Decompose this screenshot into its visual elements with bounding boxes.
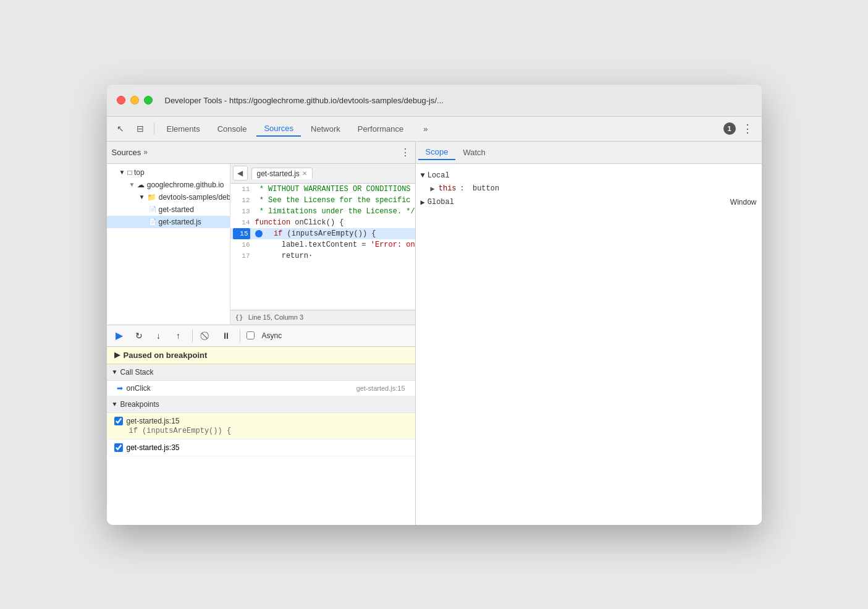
cursor-tool-button[interactable]: ↖	[112, 120, 129, 137]
file-tree: ▼ □ top ▼ ☁ googlechrome.github.io ▼ 📁 d…	[107, 164, 230, 325]
tree-item-label: get-started	[159, 205, 194, 214]
triangle-down-icon: ▼	[421, 171, 425, 180]
devtools-window: Developer Tools - https://googlechrome.g…	[107, 85, 762, 525]
triangle-right-icon: ▶	[421, 198, 425, 207]
title-bar: Developer Tools - https://googlechrome.g…	[107, 85, 762, 117]
code-tab-get-started-js[interactable]: get-started.js ✕	[251, 168, 313, 179]
code-panel: ◀ get-started.js ✕ 11 * WITHOUT WARRANTI…	[230, 164, 415, 325]
breakpoint-filename-35: get-started.js:35	[127, 443, 180, 452]
code-line-11: 11 * WITHOUT WARRANTIES OR CONDITIONS OF…	[230, 184, 415, 195]
code-line-14: 14 function onClick() {	[230, 217, 415, 228]
sources-panel-label: Sources	[112, 148, 141, 157]
call-stack-label: Call Stack	[120, 368, 153, 377]
code-line-15: 15 if (inputsAreEmpty()) {	[230, 228, 415, 239]
step-into-button[interactable]: ↓	[151, 328, 166, 343]
cursor-position: Line 15, Column 3	[248, 313, 303, 321]
tree-item-label: 📁 devtools-samples/debug-	[147, 193, 230, 202]
minimize-button[interactable]	[130, 96, 139, 104]
call-stack-function-name: onClick	[127, 384, 353, 393]
debug-panels: ▼ Call Stack ➡ onClick get-started.js:15…	[107, 364, 415, 525]
file-js-icon: 📄	[149, 218, 156, 225]
scope-key-this: this	[439, 184, 457, 193]
async-checkbox[interactable]	[246, 331, 255, 339]
tab-console[interactable]: Console	[210, 122, 255, 136]
cursor-icon: ↖	[117, 124, 124, 134]
close-button[interactable]	[117, 96, 125, 104]
traffic-lights	[117, 96, 153, 104]
breakpoint-checkbox-15[interactable]	[114, 417, 123, 425]
window-title: Developer Tools - https://googlechrome.g…	[165, 96, 444, 105]
call-stack-header[interactable]: ▼ Call Stack	[107, 364, 415, 381]
code-line-17: 17 return·	[230, 250, 415, 262]
tab-performance[interactable]: Performance	[350, 122, 411, 136]
tab-scope[interactable]: Scope	[418, 145, 456, 160]
devtools-menu-button[interactable]: ⋮	[738, 122, 757, 135]
local-scope-label: Local	[428, 171, 450, 180]
back-forward-button[interactable]: ◀	[233, 166, 248, 181]
breakpoint-marker	[255, 230, 263, 237]
code-line-16: 16 label.textContent = 'Error: one or bo…	[230, 239, 415, 250]
current-frame-icon: ➡	[117, 384, 123, 393]
breakpoint-item-15: get-started.js:15 if (inputsAreEmpty()) …	[107, 413, 415, 440]
tree-item-github[interactable]: ▼ ☁ googlechrome.github.io	[107, 179, 230, 191]
triangle-down-icon: ▼	[129, 181, 135, 188]
main-toolbar: ↖ ⊟ Elements Console Sources Network Per…	[107, 117, 762, 142]
pause-exceptions-button[interactable]: ⏸	[219, 328, 234, 343]
scope-expand-icon: ▶	[431, 184, 435, 194]
pretty-print-button[interactable]: {}	[235, 313, 243, 322]
tab-network[interactable]: Network	[303, 122, 348, 136]
code-line-12: 12 * See the License for the specific la…	[230, 195, 415, 206]
triangle-down-icon: ▼	[112, 401, 118, 407]
tree-item-label: get-started.js	[159, 218, 201, 226]
scope-item-this: ▶ this : button	[421, 182, 757, 195]
triangle-down-icon: ▼	[119, 169, 125, 176]
sources-more-button[interactable]: »	[143, 148, 148, 156]
sources-sub-toolbar: Sources » ⋮	[107, 142, 415, 164]
tab-sources[interactable]: Sources	[256, 121, 301, 137]
async-label: Async	[262, 331, 282, 340]
tree-item-devtools-samples[interactable]: ▼ 📁 devtools-samples/debug-	[107, 191, 230, 203]
step-over-button[interactable]: ↻	[132, 328, 146, 343]
left-panel: Sources » ⋮ ▼ □ top ▼ ☁ googlechrome.git…	[107, 142, 416, 525]
debugger-toolbar: ▶ ↻ ↓ ↑ ⃠ ⏸ Asyn	[107, 325, 415, 347]
debugger-divider	[192, 330, 193, 342]
code-status-bar: {} Line 15, Column 3	[230, 310, 415, 325]
breakpoint-checkbox-35[interactable]	[114, 443, 123, 452]
local-scope-header[interactable]: ▼ Local	[421, 169, 757, 182]
scope-tabs: Scope Watch	[416, 142, 762, 164]
breakpoints-header[interactable]: ▼ Breakpoints	[107, 396, 415, 413]
device-toolbar-button[interactable]: ⊟	[132, 120, 149, 137]
tree-item-get-started[interactable]: 📄 get-started	[107, 203, 230, 216]
scope-val-this: button	[473, 184, 499, 193]
triangle-down-icon: ▼	[139, 194, 145, 200]
triangle-down-icon: ▼	[112, 368, 118, 375]
tab-elements[interactable]: Elements	[159, 122, 208, 136]
tree-item-label: ☁ googlechrome.github.io	[137, 181, 224, 189]
resume-icon: ▶	[116, 330, 123, 341]
step-into-icon: ↓	[156, 331, 161, 341]
tab-watch[interactable]: Watch	[455, 145, 492, 160]
file-icon: 📄	[149, 206, 156, 213]
sources-kebab-button[interactable]: ⋮	[400, 147, 410, 158]
tree-item-top[interactable]: ▼ □ top	[107, 166, 230, 179]
error-badge: 1	[723, 122, 736, 135]
call-stack-item-onclick[interactable]: ➡ onClick get-started.js:15	[107, 381, 415, 396]
global-scope-value: Window	[730, 198, 757, 207]
more-tabs-button[interactable]: »	[416, 122, 435, 136]
error-count-badge: 1	[723, 122, 736, 135]
global-scope-label: Global	[428, 198, 454, 207]
deactivate-breakpoints-button[interactable]: ⃠	[199, 328, 214, 343]
device-icon: ⊟	[137, 124, 144, 134]
tree-item-get-started-js[interactable]: 📄 get-started.js	[107, 216, 230, 228]
step-out-icon: ↑	[176, 331, 180, 341]
paused-arrow-icon: ▶	[114, 351, 120, 359]
content-area: Sources » ⋮ ▼ □ top ▼ ☁ googlechrome.git…	[107, 142, 762, 525]
debugger-divider-2	[240, 330, 240, 342]
tab-close-button[interactable]: ✕	[302, 170, 307, 177]
resume-button[interactable]: ▶	[112, 328, 127, 343]
maximize-button[interactable]	[144, 96, 153, 104]
tab-filename: get-started.js	[257, 169, 300, 178]
global-scope-header[interactable]: ▶ Global Window	[421, 195, 757, 210]
step-out-button[interactable]: ↑	[171, 328, 186, 343]
error-count: 1	[727, 125, 731, 132]
